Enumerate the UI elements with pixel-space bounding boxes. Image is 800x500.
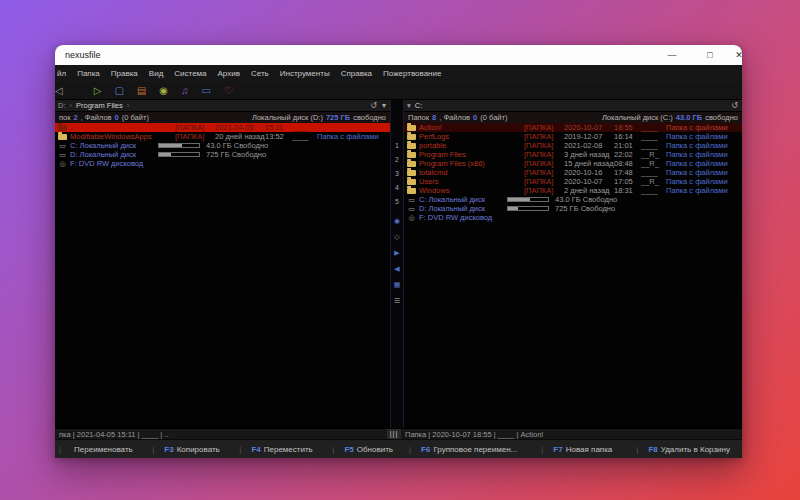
- chevron-down-icon[interactable]: ▾: [382, 101, 386, 110]
- menu-item[interactable]: Система: [174, 69, 206, 78]
- file-date: 3 дней назад: [564, 150, 614, 159]
- pane-preset-number[interactable]: 2: [395, 156, 399, 163]
- file-row[interactable]: D: Локальный диск 725 ГБ Свободно: [55, 150, 390, 159]
- file-name: Action!: [419, 123, 524, 132]
- file-row[interactable]: .. [ПАПКА] 2021-04-05 15:11 ____: [55, 123, 390, 132]
- right-folder-count: Папок8, Файлов0(0 байт): [408, 113, 507, 122]
- left-folder-count: пок2, Файлов0(0 байт): [59, 113, 149, 122]
- file-row[interactable]: totalcmd [ПАПКА] 2020-10-16 17:48 ____ П…: [404, 168, 742, 177]
- refresh-icon[interactable]: ↺: [370, 101, 377, 110]
- file-type: Папка с файлами: [666, 150, 742, 159]
- fkey-button[interactable]: F5Обновить: [332, 445, 393, 454]
- fkey-button[interactable]: Переименовать: [59, 445, 133, 454]
- right-status-bar: Папка | 2020-10-07 18:55 | ____ | Action…: [401, 430, 742, 439]
- folder-icon: [407, 143, 416, 149]
- file-date: 2021-04-05: [215, 123, 265, 132]
- file-row[interactable]: Users [ПАПКА] 2020-10-07 17:05 __R_ Папк…: [404, 177, 742, 186]
- file-row[interactable]: ModifiableWindowsApps [ПАПКА] 20 дней на…: [55, 132, 390, 141]
- menu-item[interactable]: Пожертвование: [383, 69, 441, 78]
- folder-icon: [407, 125, 416, 131]
- fkey-button[interactable]: F3Копировать: [152, 445, 220, 454]
- diamond-icon[interactable]: ◇: [394, 233, 399, 240]
- file-name: C: Локальный диск: [419, 195, 507, 204]
- titlebar[interactable]: nexusfile — □ ✕: [55, 45, 742, 65]
- file-kind-tag: [ПАПКА]: [524, 177, 564, 186]
- file-attrs: ____: [641, 132, 666, 141]
- file-row[interactable]: C: Локальный диск 43.0 ГБ Свободно: [55, 141, 390, 150]
- folder-icon: [407, 152, 416, 158]
- right-file-list: Action! [ПАПКА] 2020-10-07 18:55 ____ Па…: [404, 123, 742, 428]
- file-row[interactable]: C: Локальный диск 43.0 ГБ Свободно: [404, 195, 742, 204]
- minimize-button[interactable]: —: [653, 50, 691, 60]
- menu-item[interactable]: Сеть: [251, 69, 269, 78]
- screen-icon[interactable]: ▢: [114, 83, 123, 99]
- menu-item[interactable]: Папка: [77, 69, 100, 78]
- copy-left-icon[interactable]: ◀: [394, 265, 399, 272]
- chart-icon[interactable]: ▦: [394, 281, 401, 288]
- menu-item[interactable]: Архив: [218, 69, 240, 78]
- pane-preset-number[interactable]: 1: [395, 142, 399, 149]
- file-name: portable: [419, 141, 524, 150]
- menu-item[interactable]: йл: [57, 69, 66, 78]
- fkey-button[interactable]: F8Удалить в Корзину: [636, 445, 730, 454]
- pane-preset-number[interactable]: 4: [395, 184, 399, 191]
- file-type: Папка с файлами: [666, 177, 742, 186]
- menu-item[interactable]: Инструменты: [280, 69, 330, 78]
- file-kind-tag: [ПАПКА]: [524, 168, 564, 177]
- row-icon: [404, 134, 419, 140]
- disk-free-text: 725 ГБ Свободно: [206, 150, 266, 159]
- folder-icon[interactable]: ▤: [137, 83, 146, 99]
- right-drive-tab[interactable]: C:: [415, 101, 423, 110]
- file-type: Папка с файлами: [666, 159, 742, 168]
- row-icon: [55, 134, 70, 140]
- file-attrs: ____: [292, 123, 317, 132]
- file-time: 15:11: [265, 123, 292, 132]
- fkey-button[interactable]: F7Новая папка: [541, 445, 612, 454]
- file-row[interactable]: F: DVD RW дисковод: [55, 159, 390, 168]
- camera-icon[interactable]: ◉: [159, 83, 168, 99]
- chevron-icon: ›: [70, 101, 73, 110]
- list-icon[interactable]: ☰: [394, 297, 400, 304]
- back-icon[interactable]: ◁: [55, 83, 63, 99]
- file-date: 2 дней назад: [564, 186, 614, 195]
- window-controls: — □ ✕: [653, 45, 742, 65]
- view-icon[interactable]: ◉: [394, 217, 400, 224]
- file-row[interactable]: Windows [ПАПКА] 2 дней назад 18:31 ____ …: [404, 186, 742, 195]
- menu-item[interactable]: Вид: [149, 69, 163, 78]
- file-row[interactable]: Action! [ПАПКА] 2020-10-07 18:55 ____ Па…: [404, 123, 742, 132]
- close-button[interactable]: ✕: [729, 50, 742, 60]
- file-row[interactable]: portable [ПАПКА] 2021-02-08 21:01 ____ П…: [404, 141, 742, 150]
- row-icon: [404, 195, 419, 204]
- pane-preset-number[interactable]: 5: [395, 198, 399, 205]
- file-name: C: Локальный диск: [70, 141, 158, 150]
- music-icon[interactable]: ♫: [181, 83, 189, 99]
- copy-right-icon[interactable]: ▶: [394, 249, 399, 256]
- file-time: 18:55: [614, 123, 641, 132]
- file-time: 13:52: [265, 132, 292, 141]
- menu-item[interactable]: Справка: [341, 69, 372, 78]
- chevron-down-icon[interactable]: ▾: [407, 101, 411, 110]
- file-name: Program Files (x86): [419, 159, 524, 168]
- pane-preset-number[interactable]: 3: [395, 170, 399, 177]
- divider-grip[interactable]: |||: [387, 429, 401, 439]
- maximize-button[interactable]: □: [691, 50, 729, 60]
- file-row[interactable]: PerfLogs [ПАПКА] 2019-12-07 16:14 ____ П…: [404, 132, 742, 141]
- pane-status-row: пка | 2021-04-05 15:11 | ____ | .. ||| П…: [55, 428, 742, 439]
- refresh-icon[interactable]: ↺: [731, 101, 738, 110]
- left-file-list: .. [ПАПКА] 2021-04-05 15:11 ____ Modifia…: [55, 123, 390, 428]
- window-title: nexusfile: [65, 50, 101, 60]
- left-path-tab[interactable]: Program Files: [76, 101, 123, 110]
- file-date: 2020-10-07: [564, 177, 614, 186]
- fkey-button[interactable]: F6Групповое переимен...: [409, 445, 517, 454]
- menu-item[interactable]: Правка: [111, 69, 138, 78]
- tape-icon[interactable]: ▭: [202, 83, 211, 99]
- heart-icon[interactable]: ♡: [224, 83, 233, 99]
- fkey-button[interactable]: F4Переместить: [239, 445, 312, 454]
- file-row[interactable]: Program Files [ПАПКА] 3 дней назад 22:02…: [404, 150, 742, 159]
- file-row[interactable]: Program Files (x86) [ПАПКА] 15 дней наза…: [404, 159, 742, 168]
- file-row[interactable]: D: Локальный диск 725 ГБ Свободно: [404, 204, 742, 213]
- folder-icon: [407, 134, 416, 140]
- left-drive-tab[interactable]: D:: [58, 101, 66, 110]
- file-row[interactable]: F: DVD RW дисковод: [404, 213, 742, 222]
- play-icon[interactable]: ▷: [94, 83, 102, 99]
